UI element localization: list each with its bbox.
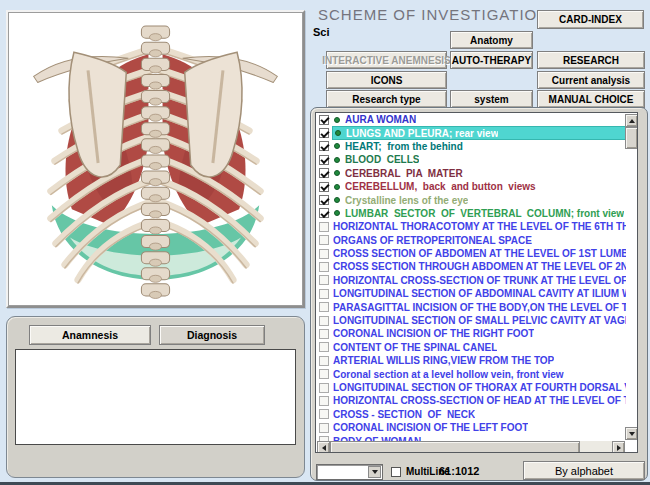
- list-item-body: LONGITUDINAL SECTION OF ABDOMINAL CAVITY…: [332, 287, 626, 300]
- anatomy-listbox[interactable]: AURA WOMANLUNGS AND PLEURA; rear viewHEA…: [315, 112, 638, 453]
- list-item[interactable]: LONGITUDINAL SECTION OF ABDOMINAL CAVITY…: [316, 287, 626, 300]
- list-item[interactable]: LUNGS AND PLEURA; rear view: [316, 126, 626, 139]
- checkbox-checked-icon[interactable]: [319, 195, 329, 205]
- checkbox-unchecked-icon[interactable]: [319, 222, 329, 232]
- checkbox-unchecked-icon[interactable]: [319, 289, 329, 299]
- triangle-right-icon: [617, 445, 621, 451]
- list-item-body: LONGITUDINAL SECTION OF SMALL PELVIC CAV…: [332, 314, 626, 327]
- checkbox-unchecked-icon[interactable]: [319, 235, 329, 245]
- item-bullet-icon: [334, 117, 340, 123]
- checkbox-checked-icon[interactable]: [319, 182, 329, 192]
- list-item-body: Crystalline lens of the eye: [332, 193, 626, 206]
- triangle-up-icon: [629, 119, 635, 123]
- list-item[interactable]: LONGITUDINAL SECTION OF SMALL PELVIC CAV…: [316, 314, 626, 327]
- list-item[interactable]: ORGANS OF RETROPERITONEAL SPACE: [316, 234, 626, 247]
- list-item-body: CROSS - SECTION OF NECK: [332, 408, 626, 421]
- list-item[interactable]: CORONAL INCISION OF THE LEFT FOOT: [316, 421, 626, 434]
- tab-diagnosis[interactable]: Diagnosis: [159, 325, 265, 345]
- system-button[interactable]: system: [450, 90, 533, 108]
- list-item-body: CROSS SECTION THROUGH ABDOMEN AT THE LEV…: [332, 260, 626, 273]
- list-item[interactable]: LONGITUDINAL SECTION OF THORAX AT FOURTH…: [316, 381, 626, 394]
- checkbox-unchecked-icon[interactable]: [319, 409, 329, 419]
- list-item[interactable]: HORIZONTAL CROSS-SECTION OF TRUNK AT THE…: [316, 274, 626, 287]
- checkbox-checked-icon[interactable]: [319, 128, 329, 138]
- list-item[interactable]: ARTERIAL WILLIS RING,VIEW FROM THE TOP: [316, 354, 626, 367]
- list-item-label: CONTENT OF THE SPINAL CANEL: [333, 342, 497, 353]
- list-item[interactable]: CROSS SECTION THROUGH ABDOMEN AT THE LEV…: [316, 260, 626, 273]
- checkbox-unchecked-icon[interactable]: [319, 262, 329, 272]
- list-item[interactable]: CROSS SECTION OF ABDOMEN AT THE LEVEL OF…: [316, 247, 626, 260]
- list-item[interactable]: CONTENT OF THE SPINAL CANEL: [316, 341, 626, 354]
- checkbox-checked-icon[interactable]: [319, 115, 329, 125]
- list-item-body: ORGANS OF RETROPERITONEAL SPACE: [332, 234, 626, 247]
- checkbox-unchecked-icon[interactable]: [319, 302, 329, 312]
- list-item[interactable]: HEART; from the behind: [316, 140, 626, 153]
- list-item[interactable]: PARASAGITTAL INCISION OF THE BODY,ON THE…: [316, 300, 626, 313]
- anatomy-button[interactable]: Anatomy: [450, 31, 533, 49]
- list-item[interactable]: AURA WOMAN: [316, 113, 626, 126]
- combo-dropdown-button[interactable]: [368, 466, 381, 478]
- list-item-body: BODY OF WOMAN: [332, 434, 626, 441]
- current-analysis-button[interactable]: Current analysis: [537, 71, 645, 89]
- list-item-label: LUMBAR SECTOR OF VERTEBRAL COLUMN; front…: [345, 208, 624, 219]
- checkbox-unchecked-icon[interactable]: [319, 383, 329, 393]
- list-item-label: Crystalline lens of the eye: [345, 195, 468, 206]
- list-item[interactable]: CEREBELLUM, back and button views: [316, 180, 626, 193]
- checkbox-unchecked-icon[interactable]: [319, 329, 329, 339]
- list-item[interactable]: BODY OF WOMAN: [316, 434, 626, 441]
- tab-anamnesis[interactable]: Anamnesis: [29, 325, 151, 345]
- scroll-up-button[interactable]: [625, 114, 638, 127]
- list-item-label: LONGITUDINAL SECTION OF THORAX AT FOURTH…: [333, 382, 626, 393]
- list-item-label: AURA WOMAN: [345, 114, 416, 125]
- horizontal-scroll-thumb[interactable]: [330, 441, 580, 453]
- manual-choice-button[interactable]: MANUAL CHOICE: [537, 90, 645, 108]
- checkbox-unchecked-icon[interactable]: [319, 423, 329, 433]
- multiline-checkbox[interactable]: [391, 467, 401, 477]
- icons-button[interactable]: ICONS: [326, 71, 447, 89]
- checkbox-unchecked-icon[interactable]: [319, 356, 329, 366]
- list-item-body: CONTENT OF THE SPINAL CANEL: [332, 341, 626, 354]
- list-item-label: CROSS - SECTION OF NECK: [333, 409, 475, 420]
- checkbox-checked-icon[interactable]: [319, 208, 329, 218]
- item-bullet-icon: [334, 197, 340, 203]
- filter-combobox[interactable]: [316, 464, 383, 480]
- page-title: SCHEME OF INVESTIGATION: [318, 6, 549, 23]
- scroll-left-button[interactable]: [317, 441, 330, 453]
- list-item-body: CEREBRAL PIA MATER: [332, 167, 626, 180]
- scroll-down-button[interactable]: [625, 427, 638, 440]
- checkbox-unchecked-icon[interactable]: [319, 396, 329, 406]
- list-item[interactable]: CEREBRAL PIA MATER: [316, 167, 626, 180]
- checkbox-unchecked-icon[interactable]: [319, 275, 329, 285]
- list-item[interactable]: CORONAL INCISION OF THE RIGHT FOOT: [316, 327, 626, 340]
- checkbox-checked-icon[interactable]: [319, 168, 329, 178]
- checkbox-unchecked-icon[interactable]: [319, 342, 329, 352]
- anamnesis-notes-area[interactable]: [15, 349, 296, 445]
- by-alphabet-button[interactable]: By alphabet: [523, 461, 645, 480]
- checkbox-unchecked-icon[interactable]: [319, 249, 329, 259]
- research-type-button[interactable]: Research type: [326, 90, 447, 108]
- auto-therapy-button[interactable]: AUTO-THERAPY: [450, 51, 533, 69]
- research-button[interactable]: RESEARCH: [537, 51, 645, 69]
- list-item-body: Coronal section at a level hollow vein, …: [332, 367, 626, 380]
- vertical-scroll-thumb[interactable]: [625, 127, 638, 149]
- list-item-label: HORIZONTAL THORACOTOMY AT THE LEVEL OF T…: [333, 221, 626, 232]
- sci-label: Sci: [313, 26, 330, 38]
- list-item[interactable]: LUMBAR SECTOR OF VERTEBRAL COLUMN; front…: [316, 207, 626, 220]
- thorax-rear-view-image: [8, 12, 303, 306]
- list-item[interactable]: CROSS - SECTION OF NECK: [316, 408, 626, 421]
- checkbox-checked-icon[interactable]: [319, 141, 329, 151]
- checkbox-unchecked-icon[interactable]: [319, 369, 329, 379]
- list-item-body: LUMBAR SECTOR OF VERTEBRAL COLUMN; front…: [332, 207, 626, 220]
- list-item[interactable]: Crystalline lens of the eye: [316, 193, 626, 206]
- checkbox-unchecked-icon[interactable]: [319, 316, 329, 326]
- item-bullet-icon: [334, 143, 340, 149]
- list-item-label: CROSS SECTION OF ABDOMEN AT THE LEVEL OF…: [333, 248, 626, 259]
- list-item[interactable]: HORIZONTAL THORACOTOMY AT THE LEVEL OF T…: [316, 220, 626, 233]
- list-item[interactable]: BLOOD CELLS: [316, 153, 626, 166]
- list-item[interactable]: Coronal section at a level hollow vein, …: [316, 367, 626, 380]
- list-item[interactable]: HORIZONTAL CROSS-SECTION OF HEAD AT THE …: [316, 394, 626, 407]
- card-index-button[interactable]: CARD-INDEX: [537, 10, 644, 29]
- anamnesis-panel: Anamnesis Diagnosis: [6, 316, 305, 478]
- checkbox-checked-icon[interactable]: [319, 155, 329, 165]
- scroll-right-button[interactable]: [612, 441, 625, 453]
